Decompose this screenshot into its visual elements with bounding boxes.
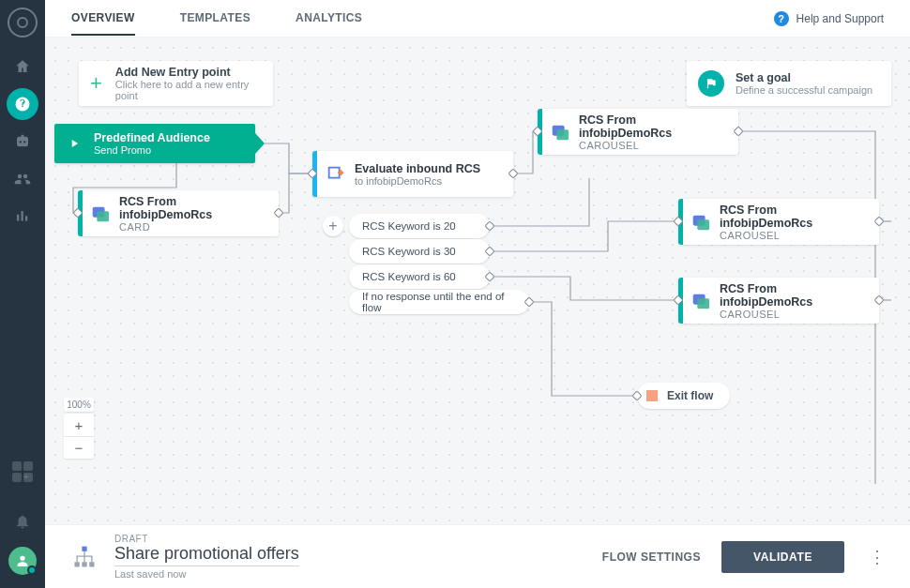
app-logo[interactable] <box>8 8 38 38</box>
flow-tree-icon <box>66 544 103 570</box>
add-condition-button[interactable]: + <box>323 216 343 236</box>
zoom-level: 100% <box>64 398 94 412</box>
flag-icon <box>698 70 724 97</box>
stop-icon <box>646 390 658 401</box>
sidebar: + <box>0 0 45 588</box>
sidebar-item-analytics[interactable] <box>7 201 38 233</box>
svg-rect-11 <box>89 562 94 566</box>
more-menu-icon[interactable]: ⋮ <box>865 547 889 567</box>
rcs-carousel-node-c[interactable]: RCS From infobipDemoRcs CAROUSEL <box>678 278 879 324</box>
flow-title[interactable]: Share promotional offers <box>114 544 299 566</box>
rcs-icon <box>83 204 119 224</box>
user-avatar[interactable] <box>8 547 37 575</box>
flow-settings-link[interactable]: FLOW SETTINGS <box>602 550 701 564</box>
evaluate-icon <box>317 164 355 185</box>
audience-node[interactable]: Predefined Audience Send Promo <box>54 124 255 163</box>
sidebar-item-people[interactable] <box>7 163 38 195</box>
condition-pill[interactable]: RCS Keyword is 30 <box>349 239 490 264</box>
rcs-carousel-node-b[interactable]: RCS From infobipDemoRcs CAROUSEL <box>678 199 879 245</box>
sidebar-item-flow[interactable] <box>7 88 38 120</box>
exit-flow-node[interactable]: Exit flow <box>637 383 730 409</box>
tab-analytics[interactable]: ANALYTICS <box>296 11 362 25</box>
svg-rect-3 <box>557 129 569 140</box>
rcs-card-node[interactable]: RCS From infobipDemoRcs CARD <box>78 190 279 236</box>
flow-status: DRAFT <box>114 534 299 544</box>
flow-canvas[interactable]: + Add New Entry point Click here to add … <box>45 38 910 524</box>
apps-grid-icon[interactable]: + <box>12 461 33 496</box>
zoom-control: 100% + − <box>64 398 94 459</box>
flow-saved-label: Last saved now <box>114 568 299 580</box>
svg-rect-1 <box>98 211 110 221</box>
play-icon <box>54 137 94 150</box>
sidebar-item-bot[interactable] <box>7 126 38 158</box>
zoom-out-button[interactable]: − <box>64 436 94 459</box>
help-icon: ? <box>774 11 789 26</box>
svg-rect-7 <box>698 298 710 309</box>
svg-rect-8 <box>82 546 86 550</box>
footer-bar: DRAFT Share promotional offers Last save… <box>45 524 910 588</box>
help-link[interactable]: ? Help and Support <box>774 11 884 26</box>
condition-pill[interactable]: RCS Keyword is 60 <box>349 264 490 289</box>
evaluate-node[interactable]: Evaluate inbound RCS to infobipDemoRcs <box>312 151 513 197</box>
validate-button[interactable]: VALIDATE <box>721 541 844 573</box>
top-bar: OVERVIEW TEMPLATES ANALYTICS ? Help and … <box>45 0 910 38</box>
rcs-icon <box>683 212 720 233</box>
rcs-carousel-node-a[interactable]: RCS From infobipDemoRcs CAROUSEL <box>538 109 738 155</box>
sidebar-item-home[interactable] <box>7 51 38 83</box>
condition-pill[interactable]: RCS Keyword is 20 <box>349 214 490 238</box>
condition-pill-fallback[interactable]: If no response until the end of flow <box>349 290 529 314</box>
rcs-icon <box>683 291 720 311</box>
plus-icon: + <box>90 71 102 96</box>
zoom-in-button[interactable]: + <box>64 414 94 436</box>
svg-rect-5 <box>698 219 710 230</box>
add-entry-point-card[interactable]: + Add New Entry point Click here to add … <box>79 61 273 106</box>
rcs-icon <box>542 122 579 143</box>
set-goal-card[interactable]: Set a goal Define a successful campaign <box>687 61 891 106</box>
tab-templates[interactable]: TEMPLATES <box>180 11 250 25</box>
svg-rect-9 <box>75 562 80 566</box>
svg-rect-10 <box>82 562 86 566</box>
tab-overview[interactable]: OVERVIEW <box>71 11 135 36</box>
notifications-icon[interactable] <box>7 505 38 537</box>
